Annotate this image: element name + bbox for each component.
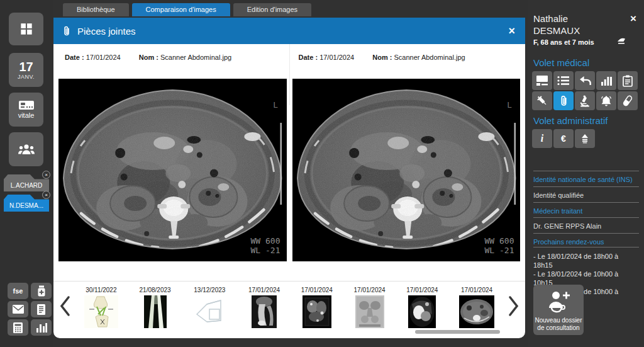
modal-header: Pièces jointes × <box>53 18 525 44</box>
ct-scan-image-left[interactable] <box>58 79 287 261</box>
appointments-section-title: Prochains rendez-vous <box>533 233 639 246</box>
carte-vitale-button[interactable]: vitale <box>9 93 43 127</box>
panel-meta: Date : 17/01/2024 Nom : Scanner Abdomina… <box>292 44 521 79</box>
patient-close-button[interactable]: × <box>630 13 636 25</box>
modal-title: Pièces jointes <box>77 26 507 37</box>
documents-button[interactable] <box>31 301 52 317</box>
name-label: Nom : <box>372 54 392 61</box>
tab-bibliotheque[interactable]: Bibliothèque <box>63 3 129 16</box>
date-value: 17/01/2024 <box>86 54 121 61</box>
patient-first-name: Nathalie <box>533 13 580 25</box>
stats-button[interactable] <box>596 71 616 90</box>
patients-icon <box>18 142 35 157</box>
panel-divider <box>289 44 290 105</box>
export-button[interactable] <box>616 37 626 46</box>
sinus-xray-thumb[interactable] <box>355 295 384 328</box>
filmstrip-thumbnail[interactable]: 21/08/2023 <box>140 287 171 328</box>
filmstrip-thumbnail[interactable]: 17/01/2024 <box>354 287 386 328</box>
thumbnail-date: 21/08/2023 <box>140 287 171 293</box>
filmstrip-thumbnail[interactable]: 30/11/2022 <box>84 287 118 328</box>
abdominal-xray-thumb[interactable] <box>252 295 277 328</box>
abdominal-ct-thumb[interactable] <box>459 295 494 328</box>
medication-button[interactable] <box>618 91 638 110</box>
ct-scan-image-right[interactable] <box>292 79 521 261</box>
ins-section-title: Identité nationale de santé (INS) <box>533 171 639 183</box>
patient-meta: F, 68 ans et 7 mois <box>533 38 594 46</box>
image-tools-tabs: Bibliothèque Comparaison d'images Editio… <box>63 3 311 16</box>
filmstrip-prev-button[interactable] <box>56 292 74 321</box>
filmstrip-scrollbar[interactable] <box>415 330 500 334</box>
clipboard-button[interactable] <box>618 71 638 90</box>
pharmacy-button[interactable] <box>31 283 52 299</box>
modal-close-button[interactable]: × <box>507 25 516 37</box>
patients-button[interactable] <box>9 132 43 166</box>
knee-illustration-thumb[interactable] <box>84 295 118 328</box>
microscope-icon <box>579 95 591 107</box>
bar-chart-icon <box>36 322 47 333</box>
consultation-list-button[interactable] <box>553 71 574 90</box>
apps-grid-button[interactable] <box>9 13 43 45</box>
biology-button[interactable] <box>575 91 595 110</box>
name-value: Scanner Abdominal.jpg <box>394 54 465 61</box>
filmstrip-thumbnail[interactable]: 13/12/2023 <box>192 287 227 328</box>
upload-button[interactable] <box>575 129 595 148</box>
workstation-button[interactable] <box>532 71 552 90</box>
carte-vitale-icon <box>18 100 35 110</box>
ct-scan-thumb[interactable] <box>303 295 331 328</box>
attachments-button[interactable] <box>553 91 574 110</box>
patient-tab-close-button[interactable]: × <box>42 191 50 199</box>
calendar-button[interactable]: 17 JANV. <box>9 53 43 87</box>
stats-icon <box>601 76 612 86</box>
admin-section-title: Volet administratif <box>533 115 608 126</box>
filmstrip-thumbnail[interactable]: 17/01/2024 <box>248 287 280 328</box>
thumbnail-date: 13/12/2023 <box>194 287 225 293</box>
filmstrip-thumbnail[interactable]: 17/01/2024 <box>459 287 494 328</box>
date-value: 17/01/2024 <box>319 54 354 61</box>
info-button[interactable]: i <box>532 129 552 148</box>
attachments-modal: Pièces jointes × Date : 17/01/2024 Nom :… <box>53 18 525 338</box>
alerts-button[interactable] <box>596 91 616 110</box>
thumbnail-date: 17/01/2024 <box>301 287 333 293</box>
upload-icon <box>580 134 590 144</box>
patient-tab-close-button[interactable]: × <box>42 171 50 179</box>
new-consultation-label-line2: de consultation <box>537 324 579 332</box>
date-label: Date : <box>65 54 84 61</box>
clipboard-icon <box>623 75 633 87</box>
date-label: Date : <box>299 54 318 61</box>
injection-button[interactable] <box>532 91 552 110</box>
tab-comparaison-images[interactable]: Comparaison d'images <box>132 3 230 16</box>
billing-button[interactable]: € <box>553 129 574 148</box>
undo-button[interactable] <box>575 71 595 90</box>
export-icon <box>616 37 626 45</box>
fse-label: fse <box>13 287 23 295</box>
calculator-button[interactable] <box>8 319 28 336</box>
patient-sidebar: × Nathalie DESMAUX F, 68 ans et 7 mois V… <box>528 0 644 347</box>
appointment-item: - Le 18/01/2024 de 18h00 à 18h15 <box>533 252 639 270</box>
info-icon: i <box>541 133 543 144</box>
filmstrip: 30/11/2022 21/08/2023 <box>53 281 525 330</box>
fse-button[interactable]: fse <box>8 283 28 299</box>
new-consultation-label-line1: Nouveau dossier <box>535 317 582 324</box>
comparison-panels: Date : 17/01/2024 Nom : Scanner Abdomina… <box>53 44 525 261</box>
tab-edition-images[interactable]: Edition d'images <box>233 3 311 16</box>
chevron-left-icon <box>58 295 71 317</box>
sketch-thumb[interactable] <box>192 295 227 328</box>
mail-button[interactable] <box>8 301 28 317</box>
workstation-icon <box>536 75 548 86</box>
statistics-button[interactable] <box>31 319 52 336</box>
patient-tab-achard[interactable]: L.ACHARD × <box>4 174 49 191</box>
thumbnail-date: 17/01/2024 <box>406 287 438 293</box>
cardiac-ct-thumb[interactable] <box>408 295 436 328</box>
doctor-section-title: Médecin traitant <box>533 202 639 215</box>
patient-tab-desmaux[interactable]: N.DESMA... × <box>4 195 49 212</box>
filmstrip-next-button[interactable] <box>505 292 523 321</box>
new-consultation-button[interactable]: Nouveau dossier de consultation <box>533 285 584 335</box>
mail-icon <box>13 305 24 314</box>
leg-xray-thumb[interactable] <box>144 295 167 328</box>
image-panel-left: Date : 17/01/2024 Nom : Scanner Abdomina… <box>58 44 287 261</box>
calendar-day: 17 <box>19 60 33 74</box>
doctor-value: Dr. GENE RPPS Alain <box>533 217 639 230</box>
filmstrip-thumbnail[interactable]: 17/01/2024 <box>406 287 438 328</box>
calculator-icon <box>13 322 23 333</box>
filmstrip-thumbnail[interactable]: 17/01/2024 <box>301 287 333 328</box>
